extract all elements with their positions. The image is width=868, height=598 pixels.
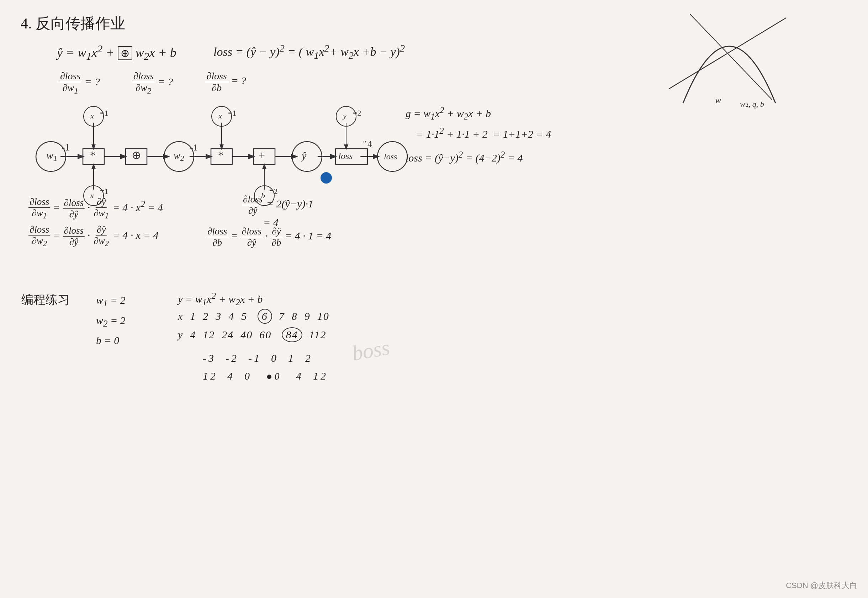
loss-calc: loss = (ŷ−y)2 = (4−2)2 = 4	[406, 148, 551, 166]
svg-text:'': ''	[363, 139, 366, 148]
svg-text:x: x	[218, 111, 222, 120]
page-title: 4. 反向传播作业	[21, 13, 125, 33]
right-formula-block: g = w1x2 + w2x + b = 1·12 + 1·1 + 2 = 1+…	[406, 103, 551, 166]
svg-text:ŷ: ŷ	[300, 150, 307, 161]
exercise-formula: y = w1x2 + w2x + b	[178, 291, 263, 307]
svg-line-1	[690, 14, 772, 100]
g-formula-line2: = 1·12 + 1·1 + 2 = 1+1+2 = 4	[416, 124, 551, 143]
svg-text:-1: -1	[61, 142, 70, 152]
svg-text:⊕: ⊕	[131, 149, 141, 161]
svg-text:+: +	[258, 149, 265, 161]
svg-text:=1: =1	[228, 109, 236, 117]
dloss-dw1: ∂loss ∂w1 = ∂loss ∂ŷ · ∂ŷ ∂w1 = 4 · x2 =…	[28, 196, 163, 221]
exercise-title: 编程练习	[21, 292, 70, 308]
svg-text:*: *	[218, 149, 224, 161]
watermark: CSDN @皮肤科大白	[786, 580, 858, 591]
svg-text:=1: =1	[100, 109, 108, 117]
svg-text:*: *	[90, 149, 96, 161]
partial-b: ∂loss ∂b = ?	[205, 70, 246, 96]
svg-text:loss: loss	[384, 152, 397, 161]
svg-text:4: 4	[368, 139, 372, 149]
svg-text:w: w	[715, 95, 722, 105]
table-row4: 12 4 0 ●0 4 12	[203, 370, 328, 382]
svg-text:w₁, q, b: w₁, q, b	[740, 100, 764, 109]
svg-text:-1: -1	[190, 142, 198, 152]
exercise-params: w1 = 2 w2 = 2 b = 0	[96, 291, 125, 349]
computation-graph: w1 -1 * ⊕ w2 -1 * + ŷ loss '' loss x =1	[19, 98, 404, 194]
page: 4. 反向传播作业 w w₁, q, b ŷ = w1x2 + ⊕ w2x + …	[0, 0, 868, 598]
dloss-dw2: ∂loss ∂w2 = ∂loss ∂ŷ · ∂ŷ ∂w2 = 4 · x = …	[28, 224, 158, 248]
g-formula-line1: g = w1x2 + w2x + b	[406, 103, 551, 124]
parabola-sketch: w w₁, q, b	[662, 10, 797, 110]
partial-w2: ∂loss ∂w2 = ?	[132, 70, 173, 96]
svg-text:=1: =1	[100, 187, 108, 196]
formula-y-hat: ŷ = w1x2 + ⊕ w2x + b	[57, 43, 176, 62]
svg-text:x: x	[90, 111, 94, 120]
svg-point-53	[321, 172, 332, 184]
partial-w1: ∂loss ∂w1 = ?	[59, 70, 100, 96]
partial-derivatives-row: ∂loss ∂w1 = ? ∂loss ∂w2 = ? ∂loss ∂b = ?	[59, 70, 246, 96]
table-row3: -3 -2 -1 0 1 2	[203, 352, 313, 364]
svg-text:w1: w1	[46, 150, 57, 163]
dloss-db: ∂loss ∂b = ∂loss ∂ŷ · ∂ŷ ∂b = 4 · 1 = 4	[206, 226, 331, 248]
table-row-x: x 1 2 3 4 5 6 7 8 9 10	[178, 309, 329, 324]
boss-watermark: boss	[350, 335, 391, 366]
svg-text:y: y	[342, 111, 347, 120]
dloss-dyhat: ∂loss ∂ŷ = 2(ŷ−y)·1 = 4	[242, 194, 314, 229]
formula-loss: loss = (ŷ − y)2 = ( w1x2+ w2x +b − y)2	[214, 43, 405, 61]
table-row-y: y 4 12 24 40 60 84 112	[178, 327, 327, 342]
svg-text:w2: w2	[173, 150, 184, 163]
svg-text:loss: loss	[338, 151, 353, 161]
svg-point-31	[292, 142, 322, 172]
svg-text:=2: =2	[353, 109, 361, 117]
